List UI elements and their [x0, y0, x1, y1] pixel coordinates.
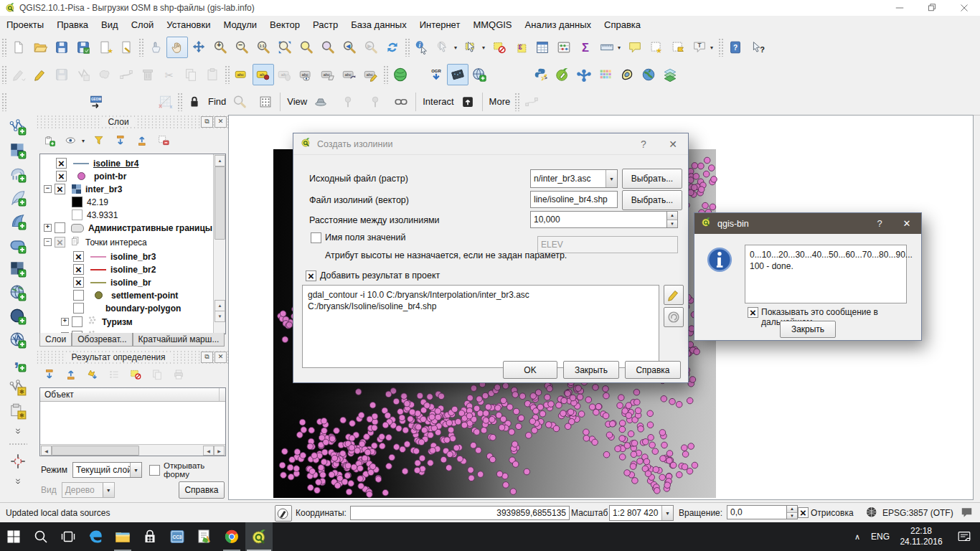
- node-tool-button[interactable]: [116, 64, 137, 85]
- layer-visibility-button[interactable]: [60, 130, 82, 151]
- collapse-all-button[interactable]: [60, 364, 82, 385]
- restore-button[interactable]: [915, 0, 948, 16]
- cc3-taskbar-button[interactable]: CC3: [164, 522, 191, 551]
- layer-checkbox[interactable]: [73, 277, 84, 288]
- reset-command-button[interactable]: [664, 307, 684, 327]
- add-result-checkbox[interactable]: [306, 270, 316, 281]
- expand-new-button[interactable]: [82, 364, 103, 385]
- save-edits-button[interactable]: [51, 64, 72, 85]
- start-taskbar-button[interactable]: [0, 522, 27, 551]
- add-ring-button[interactable]: [94, 64, 116, 85]
- feature-action-button[interactable]: [433, 37, 454, 58]
- current-edits-button[interactable]: [8, 64, 29, 85]
- mouse-coordinates-icon[interactable]: [275, 505, 292, 522]
- menu-item-2[interactable]: Вид: [95, 17, 125, 32]
- text-annotation-button[interactable]: T: [689, 37, 710, 58]
- message-title-bar[interactable]: qgis-bin ? ✕: [694, 213, 921, 234]
- text-annotation-dropdown-icon[interactable]: ▾: [710, 44, 717, 51]
- refresh-button[interactable]: [382, 37, 403, 58]
- collapse-expander[interactable]: −: [44, 185, 52, 193]
- toggle-editing-button[interactable]: [29, 64, 51, 85]
- globe-add-button[interactable]: [468, 64, 490, 85]
- touch-zoom-button[interactable]: [145, 37, 166, 58]
- copy-features-button[interactable]: [180, 64, 202, 85]
- grid-view-button[interactable]: [255, 91, 276, 113]
- zoom-native-button[interactable]: 1:1: [253, 37, 274, 58]
- add-delimited-button[interactable]: ,: [7, 352, 29, 375]
- spin-down-icon[interactable]: ▼: [667, 220, 677, 228]
- toolbar-handle[interactable]: [383, 65, 388, 84]
- toolbar-handle[interactable]: [1, 93, 6, 111]
- delete-selected-button[interactable]: [137, 64, 159, 85]
- composer-manager-button[interactable]: [116, 37, 137, 58]
- select-features-dropdown-icon[interactable]: ▾: [482, 44, 489, 51]
- globe-earth-button[interactable]: [638, 64, 659, 85]
- layer-row-isoline_br[interactable]: isoline_br: [40, 277, 225, 288]
- menu-item-5[interactable]: Модули: [217, 17, 263, 32]
- label-rotate-button[interactable]: abc: [339, 64, 360, 85]
- lock-scale-button[interactable]: [184, 91, 205, 113]
- layer-row-isoline_br3[interactable]: isoline_br3: [40, 251, 225, 262]
- group-row-poi[interactable]: − Точки интереса: [40, 235, 225, 249]
- group-row-tourism[interactable]: + Туризм: [40, 316, 225, 328]
- cut-features-button[interactable]: ✂: [159, 64, 180, 85]
- zoom-selection-button[interactable]: [296, 37, 317, 58]
- dialog-close-button[interactable]: Закрыть: [563, 361, 619, 379]
- add-db2-button[interactable]: [7, 257, 29, 281]
- message-close-icon[interactable]: ✕: [892, 218, 921, 229]
- pin-marker2-button[interactable]: [364, 91, 386, 113]
- close-panel-button[interactable]: ✕: [215, 352, 227, 363]
- edit-command-button[interactable]: [664, 285, 684, 305]
- group-checkbox[interactable]: [72, 316, 83, 327]
- language-indicator[interactable]: ENG: [867, 522, 894, 551]
- layer-checkbox[interactable]: [73, 290, 84, 301]
- layer-checkbox[interactable]: [73, 264, 84, 275]
- qgis-taskbar-button[interactable]: [245, 522, 273, 551]
- pan-map-button[interactable]: [166, 37, 188, 58]
- result-settings-button[interactable]: [103, 364, 125, 385]
- layer-row-admin-borders[interactable]: + Административные границы: [40, 222, 225, 233]
- notes-taskbar-button[interactable]: [191, 522, 218, 551]
- nnjoin-button[interactable]: [521, 91, 542, 113]
- new-shapefile-button[interactable]: ✱: [7, 375, 29, 399]
- minimize-button[interactable]: [883, 0, 915, 16]
- save-project-as-button[interactable]: [72, 37, 94, 58]
- clear-results-button[interactable]: [125, 364, 146, 385]
- crosshair-tool-button[interactable]: [7, 449, 29, 473]
- layer-checkbox[interactable]: [55, 222, 65, 233]
- dialog-help-button[interactable]: Справка: [625, 361, 681, 379]
- dialog-title-bar[interactable]: Создать изолинии ? ✕: [293, 133, 688, 155]
- message-close-button[interactable]: Закрыть: [780, 321, 836, 338]
- layer-row-boundary-polygon[interactable]: boundary-polygon: [40, 303, 225, 314]
- new-project-button[interactable]: [8, 37, 29, 58]
- chrome-taskbar-button[interactable]: [218, 522, 245, 551]
- label-balloon-button[interactable]: ab: [274, 64, 296, 85]
- layer-row-inter_br3[interactable]: − inter_br3: [40, 184, 225, 194]
- toolbar-handle[interactable]: [225, 65, 230, 84]
- collapse-expander[interactable]: −: [44, 238, 52, 246]
- select-features-button[interactable]: [461, 37, 482, 58]
- layer-checkbox[interactable]: [56, 158, 67, 169]
- deselect-all-button[interactable]: [489, 37, 510, 58]
- python-console-button[interactable]: >: [530, 64, 552, 85]
- label-pin-button[interactable]: ab: [253, 64, 274, 85]
- help-contents-button[interactable]: ?: [725, 37, 746, 58]
- taskbar-search-taskbar-button[interactable]: [27, 522, 55, 551]
- add-oracle-button[interactable]: [7, 233, 29, 257]
- zoom-last-button[interactable]: ◀: [339, 37, 360, 58]
- expand-all-button[interactable]: [39, 364, 60, 385]
- pan-move-button[interactable]: [188, 37, 209, 58]
- dialog-help-icon[interactable]: ?: [629, 138, 658, 150]
- toolbar-handle[interactable]: [405, 38, 410, 57]
- statistics-button[interactable]: [553, 37, 575, 58]
- osm-land-button[interactable]: [390, 64, 411, 85]
- identify-button[interactable]: i: [411, 37, 433, 58]
- add-postgis-button[interactable]: [7, 162, 29, 186]
- tab-layers[interactable]: Слои: [39, 333, 72, 347]
- coordinates-input[interactable]: 3939859,6855135: [350, 506, 570, 520]
- identify-help-button[interactable]: Справка: [179, 481, 225, 499]
- dialog-close-icon[interactable]: ✕: [658, 138, 688, 150]
- layer-checkbox[interactable]: [55, 184, 65, 194]
- ogr-download-button[interactable]: OGR: [425, 64, 447, 85]
- show-bookmarks-button[interactable]: [667, 37, 689, 58]
